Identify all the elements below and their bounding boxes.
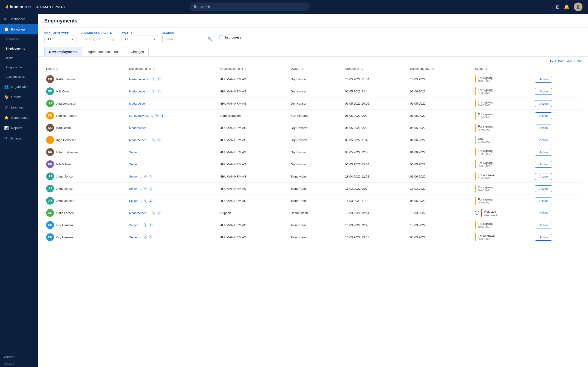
sidebar-item-label: Settings [10,136,21,140]
status-cell: For signing 18.03.2022 [475,221,531,229]
tab-agreement-documents[interactable]: Agreement documents [83,47,125,56]
page-size-400[interactable]: 400 [577,59,582,62]
grid-icon[interactable]: ⊞ [556,4,560,10]
sidebar-item-competence[interactable]: ⭐ Competence [0,112,38,123]
action-button[interactable]: Action [535,76,552,83]
table-row: KN Kari Nordmann Lønnsansvarlig -... 📎 1… [44,110,582,122]
action-button[interactable]: Action [535,100,552,107]
status-bar [475,87,476,95]
status-info: For signing 05.05.2022 [478,198,493,204]
sidebar-item-label: Reports [11,126,22,130]
sidebar-item-learning[interactable]: 🎓 Learning [0,102,38,112]
table-row: NN Nils Nilsen Selger -... 4HUMAN HRM AS… [44,158,582,170]
action-button[interactable]: Action [535,149,552,156]
status-date: 06.05.2022 [478,104,493,107]
col-org-unit[interactable]: Organisation unit ⇅ [218,65,289,73]
status-value: All [124,37,128,41]
cell-doc-date: 01.05.2022 [408,110,473,122]
separator: | [574,59,575,62]
notification-icon[interactable]: 🔔 [564,4,570,10]
sidebar-item-reports[interactable]: 📊 Reports [0,123,38,133]
organisation-icon: 👥 [4,84,9,89]
cell-action: Action [533,146,582,158]
search-box[interactable]: 🔍 [162,35,215,43]
person-name: Anne Jensen [56,175,74,178]
followup-icon: 📋 [4,27,9,31]
cell-action: Action [533,219,582,231]
col-name[interactable]: Name ⇅ [44,65,127,73]
sidebar-collapse[interactable]: ← [0,343,38,353]
sidebar-item-settings[interactable]: ⚙ Settings [0,133,38,143]
cell-doc-date: 01.06.2022 [408,170,473,183]
status-cell: Draft 01.06.2022 [475,136,531,144]
avatar[interactable]: 👤 [574,2,582,11]
table-row: KO Kari Olsen Medarbeider -... 4HUMAN HR… [44,122,582,134]
status-bar [481,209,482,217]
cell-action: Action [533,122,582,134]
cell-status: For approval 05.05.2022 [473,231,533,243]
action-button[interactable]: Action [535,161,552,168]
col-doc-date[interactable]: Document date ⇅ [408,65,473,73]
tab-new-employments[interactable]: New employments [44,47,82,56]
col-owner[interactable]: Owner ⇅ [289,65,343,73]
search-bar[interactable]: 🔍 [190,2,310,11]
action-button[interactable]: Action [535,185,552,192]
sidebar-item-programmes[interactable]: Programmes [0,63,38,72]
page-size-200[interactable]: 200 [567,59,572,62]
person-name: Kari Olsen [56,126,71,130]
logo-hrm: HRM [25,6,31,8]
in-progress-filter[interactable]: In progress [219,35,241,40]
sidebar-item-employments[interactable]: Employments [0,44,38,53]
search-icon: 🔍 [208,37,212,41]
cell-name: NO Nils Olsen [44,85,127,98]
col-created-at[interactable]: Created at ⇅ [343,65,408,73]
org-tree-icon: ⊞ [111,37,114,41]
in-progress-checkbox[interactable] [219,35,223,40]
col-status[interactable]: Status ⇅ [473,65,533,73]
action-button[interactable]: Action [535,222,552,228]
org-units-label: ORGANISATION UNITS [81,31,117,34]
page-size-100[interactable]: 100 [558,59,563,62]
doc-name-text: Lønnsansvarlig -... [129,114,154,117]
separator: | [565,59,565,62]
sidebar-item-library[interactable]: 📚 Library [0,92,38,102]
sidebar-item-label: Employments [6,47,25,50]
sidebar-item-absences[interactable]: Absences [0,34,38,44]
tab-changes[interactable]: Changes [126,47,149,56]
action-button[interactable]: Action [535,198,552,204]
document-type-select[interactable]: All ▾ [44,35,77,43]
doc-name-text: Selger -... [129,187,142,190]
action-button[interactable]: Action [535,88,552,95]
col-doc-name[interactable]: Document name ⇅ [127,65,218,73]
action-button[interactable]: Action [535,173,552,180]
action-button[interactable]: Action [535,210,552,216]
cell-status: For signing 18.03.2022 [473,183,533,195]
sidebar-item-followup[interactable]: 📋 Follow up [0,24,38,34]
page-size-50[interactable]: 50 [550,59,553,62]
status-select[interactable]: All ▾ [121,35,158,43]
search-input[interactable] [190,2,310,11]
status-info: For approval 05.05.2022 [478,234,494,240]
search-field[interactable] [165,37,206,41]
cell-action: Action [533,170,582,183]
cell-doc-date: 05.05.2022 [408,195,473,207]
action-button[interactable]: Action [535,112,552,119]
avatar: AJ [46,197,54,205]
filters-bar: DOCUMENT TYPE All ▾ ORGANISATION UNITS P… [38,28,588,47]
cell-status: For signing 05.05.2022 [473,195,533,207]
org-units-input[interactable]: Piick org unit ⊞ [81,35,117,43]
status-info: For signing 18.03.2022 [478,186,493,192]
sidebar-item-tasks[interactable]: Tasks [0,53,38,63]
status-cell: For approval 01.06.2022 [475,173,531,180]
sidebar-item-organisation[interactable]: 👥 Organisation [0,81,38,92]
status-label: Draft [478,137,490,140]
action-button[interactable]: Action [535,234,552,241]
status-label: For approval [478,234,494,238]
sidebar-item-conversations[interactable]: Conversations [0,72,38,81]
action-button[interactable]: Action [535,125,552,131]
doc-name-text: Selger -... [129,236,142,239]
cell-action: Action [533,110,582,122]
person-name: Nils Nilsen [56,163,71,166]
action-button[interactable]: Action [535,137,552,143]
sidebar-item-dashboard[interactable]: ⊞ Dashboard [0,14,38,24]
